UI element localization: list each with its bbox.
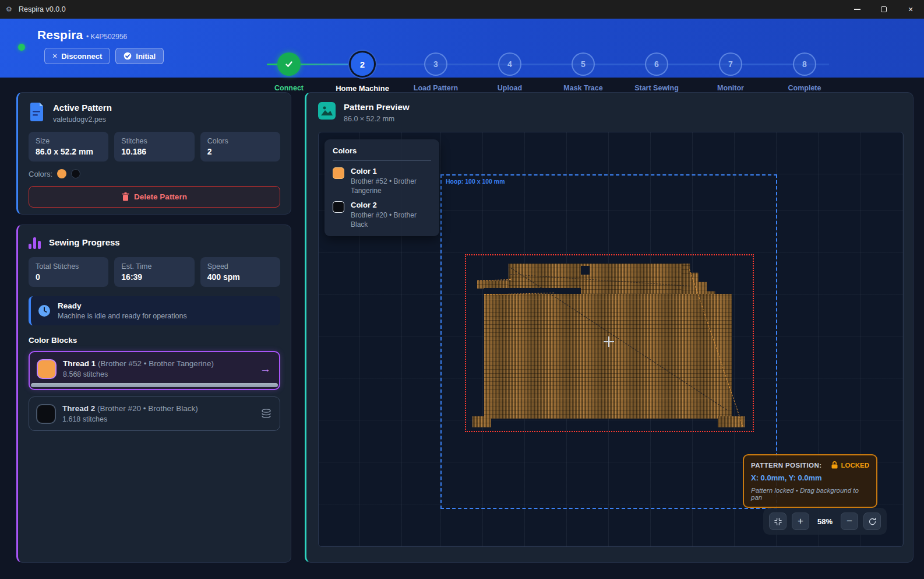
zoom-level: 58% (814, 517, 835, 526)
image-icon (318, 102, 336, 120)
reset-view-button[interactable] (863, 513, 881, 530)
color-blocks-label: Color Blocks (29, 336, 280, 345)
trash-icon (122, 192, 129, 201)
legend-item-color2: Color 2 Brother #20 • Brother Black (333, 201, 431, 229)
color1-swatch (333, 167, 344, 179)
thread-row-1[interactable]: Thread 1 (Brother #52 • Brother Tangerin… (29, 351, 280, 390)
step-complete: 8 Complete (768, 52, 841, 92)
pattern-preview-card: Pattern Preview 86.0 × 52.2 mm Hoop: 100… (305, 92, 914, 563)
sewing-progress-card: Sewing Progress Total Stitches 0 Est. Ti… (16, 224, 291, 563)
sewing-progress-title: Sewing Progress (49, 237, 120, 247)
color2-swatch (333, 201, 344, 213)
active-pattern-card: Active Pattern valetudogv2.pes Size 86.0… (16, 92, 291, 215)
status-title: Ready (58, 301, 187, 310)
thread2-swatch (37, 405, 55, 423)
legend-item-color1: Color 1 Brother #52 • Brother Tangerine (333, 167, 431, 195)
pan-hint: Pattern locked • Drag background to pan (751, 487, 869, 501)
pattern-preview-title: Pattern Preview (344, 102, 410, 112)
delete-pattern-button[interactable]: Delete Pattern (29, 186, 280, 208)
thread-row-2[interactable]: Thread 2 (Brother #20 • Brother Black) 1… (29, 396, 280, 431)
pattern-filename: valetudogv2.pes (53, 115, 112, 124)
step-monitor: 7 Monitor (694, 52, 767, 92)
thread1-swatch (38, 360, 55, 378)
zoom-out-button[interactable]: − (841, 513, 858, 530)
color-swatch-black (71, 169, 80, 178)
document-icon (29, 103, 45, 121)
legend-title: Colors (333, 146, 431, 155)
step-upload: 4 Upload (473, 52, 546, 92)
close-button[interactable]: × (897, 0, 924, 19)
stat-stitches: Stitches 10.186 (114, 132, 194, 162)
color-swatch-orange (57, 169, 66, 178)
titlebar: ⚙ Respira v0.0.0 × (0, 0, 924, 19)
app-icon: ⚙ (6, 5, 14, 13)
layers-icon (261, 409, 271, 419)
stat-size: Size 86.0 x 52.2 mm (29, 132, 108, 162)
machine-status-banner: Ready Machine is idle and ready for oper… (29, 296, 280, 325)
stat-est-time: Est. Time 16:39 (114, 257, 194, 287)
status-description: Machine is idle and ready for operations (58, 312, 187, 320)
lock-icon (831, 461, 838, 469)
pattern-coordinates: X: 0.0mm, Y: 0.0mm (751, 473, 869, 482)
pattern-position-overlay: PATTERN POSITION: LOCKED X: 0.0mm, Y: 0.… (743, 454, 877, 508)
pattern-position-label: PATTERN POSITION: (751, 462, 821, 469)
fit-to-screen-button[interactable] (769, 513, 787, 530)
check-icon (284, 59, 294, 69)
zoom-toolbar: + 58% − (763, 508, 887, 535)
colors-legend: Colors Color 1 Brother #52 • Brother Tan… (325, 139, 439, 236)
wizard-stepper: Connect 2 Home Machine 3 Load Pattern 4 … (0, 19, 924, 78)
window-title: Respira v0.0.0 (19, 5, 66, 13)
zoom-in-button[interactable]: + (792, 513, 809, 530)
center-crosshair (604, 341, 614, 342)
preview-canvas[interactable]: Hoop: 100 x 100 mm Colors (318, 132, 904, 547)
minimize-button[interactable] (844, 0, 870, 19)
hoop-label: Hoop: 100 x 100 mm (446, 178, 505, 185)
bar-chart-icon (29, 236, 41, 249)
stat-speed: Speed 400 spm (200, 257, 280, 287)
locked-badge: LOCKED (841, 462, 869, 469)
arrow-right-icon: → (260, 363, 271, 376)
step-home-machine: 2 Home Machine (326, 52, 399, 93)
stat-total-stitches: Total Stitches 0 (29, 257, 108, 287)
maximize-button[interactable] (870, 0, 897, 19)
active-pattern-title: Active Pattern (53, 103, 112, 113)
thread1-progress-bar (31, 383, 278, 387)
stat-colors: Colors 2 (200, 132, 280, 162)
compress-icon (774, 517, 782, 526)
colors-label: Colors: (29, 170, 52, 178)
step-start-sewing: 6 Start Sewing (620, 52, 693, 92)
step-connect: Connect (252, 52, 326, 92)
refresh-icon (868, 517, 877, 526)
clock-icon (38, 304, 51, 317)
pattern-dimensions: 86.0 × 52.2 mm (344, 115, 410, 123)
step-mask-trace: 5 Mask Trace (546, 52, 620, 92)
step-load-pattern: 3 Load Pattern (399, 52, 472, 92)
